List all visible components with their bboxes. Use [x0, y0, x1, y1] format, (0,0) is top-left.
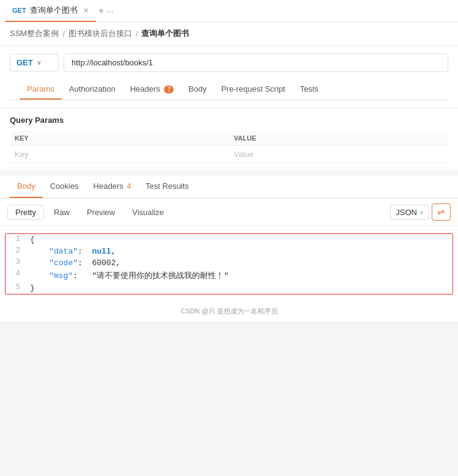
code-block: 1 { 2 "data": null, 3 "code": 60002, 4 "… [5, 233, 453, 295]
fmt-pretty-button[interactable]: Pretty [7, 205, 44, 220]
resp-tab-body[interactable]: Body [10, 175, 43, 198]
resp-tab-headers[interactable]: Headers 4 [86, 175, 138, 198]
line-number-3: 3 [6, 257, 28, 266]
code-line-2: 2 "data": null, [6, 246, 452, 257]
line-content-1: { [28, 234, 452, 246]
query-params-title: Query Params [10, 115, 448, 125]
line-content-5: } [28, 282, 452, 294]
wrap-button[interactable]: ⇌ [432, 203, 451, 221]
breadcrumb-sep-2: / [136, 29, 138, 38]
breadcrumb: SSM整合案例 / 图书模块后台接口 / 查询单个图书 [0, 22, 458, 46]
breadcrumb-current: 查询单个图书 [141, 28, 189, 39]
line-number-4: 4 [6, 269, 28, 278]
breadcrumb-sep-1: / [62, 29, 65, 38]
new-tab-icon[interactable]: + [98, 5, 104, 16]
json-chevron-icon: ∨ [419, 209, 424, 216]
value-cell[interactable]: Value [229, 146, 449, 163]
tab-tests[interactable]: Tests [292, 79, 325, 100]
fmt-preview-button[interactable]: Preview [79, 205, 122, 219]
key-cell[interactable]: Key [10, 146, 229, 163]
value-column-header: VALUE [229, 131, 449, 146]
tab-params[interactable]: Params [20, 79, 62, 100]
code-line-3: 3 "code": 60002, [6, 257, 452, 269]
method-label: GET [17, 58, 33, 67]
params-row-empty: Key Value [10, 146, 448, 163]
code-view: 1 { 2 "data": null, 3 "code": 60002, 4 "… [0, 226, 458, 302]
footer: CSDN @只 是想成为一名程序员 [0, 302, 458, 321]
json-format-select[interactable]: JSON ∨ [390, 205, 429, 220]
line-number-2: 2 [6, 246, 28, 255]
line-number-1: 1 [6, 234, 28, 243]
resp-tab-test-results[interactable]: Test Results [138, 175, 196, 198]
code-line-4: 4 "msg": "请不要使用你的技术挑战我的耐性！" [6, 269, 452, 282]
more-tabs-icon[interactable]: ··· [106, 6, 114, 16]
tab-title: 查询单个图书 [30, 5, 78, 16]
code-line-5: 5 } [6, 282, 452, 294]
response-tabs: Body Cookies Headers 4 Test Results [0, 175, 458, 199]
json-label: JSON [396, 208, 417, 217]
line-content-3: "code": 60002, [28, 257, 452, 269]
tab-authorization[interactable]: Authorization [62, 79, 123, 100]
query-params-section: Query Params KEY VALUE Key Value [0, 108, 458, 170]
close-icon[interactable]: × [84, 5, 89, 15]
line-number-5: 5 [6, 282, 28, 291]
wrap-icon: ⇌ [437, 207, 445, 217]
resp-tab-cookies[interactable]: Cookies [43, 175, 86, 198]
format-bar: Pretty Raw Preview Visualize JSON ∨ ⇌ [0, 199, 458, 226]
url-row: GET ∨ [10, 53, 448, 72]
tab-bar: GET 查询单个图书 × + ··· [0, 0, 458, 22]
request-section: GET ∨ Params Authorization Headers 7 Bod… [0, 46, 458, 108]
method-select[interactable]: GET ∨ [10, 54, 59, 71]
response-section: Body Cookies Headers 4 Test Results Pret… [0, 175, 458, 302]
breadcrumb-item-1[interactable]: SSM整合案例 [10, 28, 59, 39]
tab-headers[interactable]: Headers 7 [123, 79, 181, 100]
breadcrumb-item-2[interactable]: 图书模块后台接口 [68, 28, 132, 39]
resp-headers-badge: 4 [127, 182, 131, 191]
key-column-header: KEY [10, 131, 229, 146]
headers-badge: 7 [164, 86, 174, 93]
params-table: KEY VALUE Key Value [10, 131, 448, 163]
line-content-2: "data": null, [28, 246, 452, 257]
active-tab[interactable]: GET 查询单个图书 × [5, 0, 96, 22]
url-input[interactable] [64, 53, 448, 72]
request-tabs: Params Authorization Headers 7 Body Pre-… [10, 79, 448, 100]
fmt-visualize-button[interactable]: Visualize [125, 205, 171, 219]
line-content-4: "msg": "请不要使用你的技术挑战我的耐性！" [28, 269, 452, 282]
fmt-raw-button[interactable]: Raw [46, 205, 77, 219]
chevron-down-icon: ∨ [37, 59, 41, 66]
tab-pre-request[interactable]: Pre-request Script [214, 79, 293, 100]
tab-method: GET [12, 7, 26, 14]
code-line-1: 1 { [6, 234, 452, 246]
tab-body[interactable]: Body [181, 79, 214, 100]
section-divider [0, 170, 458, 175]
footer-text: CSDN @只 是想成为一名程序员 [180, 307, 277, 315]
